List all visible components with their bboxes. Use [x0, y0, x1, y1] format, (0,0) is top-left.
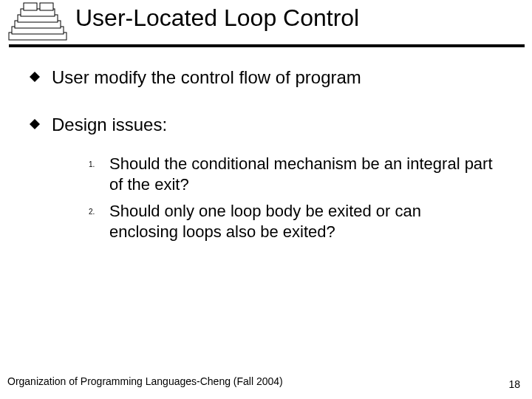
bullet-item: User modify the control flow of program — [30, 66, 510, 89]
title-rule — [9, 44, 525, 47]
list-item: 2. Should only one loop body be exited o… — [89, 201, 510, 242]
list-number: 1. — [89, 160, 109, 168]
svg-marker-8 — [30, 119, 40, 129]
numbered-list: 1. Should the conditional mechanism be a… — [89, 154, 510, 243]
slide-title: User-Located Loop Control — [75, 4, 359, 32]
bullet-item: Design issues: — [30, 114, 510, 136]
svg-rect-6 — [40, 3, 53, 10]
list-number: 2. — [89, 208, 109, 216]
layered-books-icon — [6, 1, 69, 46]
slide-header: User-Located Loop Control — [0, 0, 532, 50]
diamond-bullet-icon — [30, 119, 40, 129]
slide-body: User modify the control flow of program … — [30, 66, 510, 249]
list-text: Should only one loop body be exited or c… — [109, 201, 494, 242]
bullet-text: Design issues: — [52, 114, 167, 136]
diamond-bullet-icon — [30, 72, 40, 82]
list-item: 1. Should the conditional mechanism be a… — [89, 154, 510, 195]
svg-marker-7 — [30, 72, 40, 82]
list-text: Should the conditional mechanism be an i… — [109, 154, 494, 195]
footer-text: Organization of Programming Languages-Ch… — [7, 375, 283, 387]
bullet-text: User modify the control flow of program — [52, 66, 361, 89]
svg-rect-5 — [24, 3, 37, 10]
page-number: 18 — [508, 378, 520, 390]
slide: User-Located Loop Control User modify th… — [0, 0, 532, 399]
